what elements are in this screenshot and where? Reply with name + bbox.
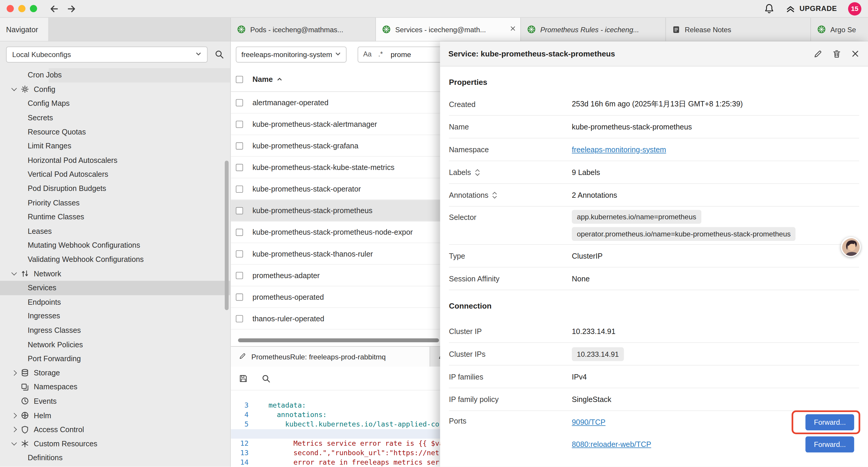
kubeconfig-selector-value: Local Kubeconfigs (12, 50, 71, 59)
zoom-window-button[interactable] (30, 5, 37, 12)
property-row-labels: Labels 9 Labels (449, 161, 859, 184)
sidebar-item-vertical-pod-autoscalers[interactable]: Vertical Pod Autoscalers (0, 167, 230, 181)
dock-tab-prometheusrule[interactable]: PrometheusRule: freeleaps-prod-rabbitmq (231, 347, 430, 367)
close-window-button[interactable] (6, 5, 13, 12)
kubeconfig-selector[interactable]: Local Kubeconfigs (6, 46, 208, 62)
sidebar-group-access-control[interactable]: Access Control (0, 422, 230, 437)
tab-argo[interactable]: Argo Se (811, 18, 868, 41)
drawer-body: Properties Created 253d 16h 6m ago (2025… (440, 66, 868, 467)
sidebar-item-priority-classes[interactable]: Priority Classes (0, 196, 230, 210)
back-icon[interactable] (49, 4, 59, 13)
edit-pencil-icon[interactable] (813, 49, 823, 59)
save-icon[interactable] (239, 374, 248, 383)
sidebar-item-mutating-webhook-configurations[interactable]: Mutating Webhook Configurations (0, 238, 230, 253)
sidebar-item-runtime-classes[interactable]: Runtime Classes (0, 210, 230, 224)
namespace-link[interactable]: freeleaps-monitoring-system (572, 145, 666, 154)
sidebar-group-config[interactable]: Config (0, 82, 230, 96)
notifications-bell-icon[interactable] (764, 3, 775, 14)
property-label: Session Affinity (449, 274, 500, 283)
sidebar-scrollbar[interactable] (225, 160, 229, 310)
minimize-window-button[interactable] (18, 5, 25, 12)
namespace-filter-select[interactable]: freeleaps-monitoring-system (236, 46, 346, 62)
match-case-toggle[interactable]: Aa (363, 51, 372, 58)
property-row-annotations: Annotations 2 Annotations (449, 184, 859, 207)
sidebar-item-namespaces[interactable]: Namespaces (0, 380, 230, 394)
row-checkbox[interactable] (236, 164, 243, 171)
row-checkbox[interactable] (236, 142, 243, 149)
sidebar-item-resource-quotas[interactable]: Resource Quotas (0, 125, 230, 139)
name-column-header[interactable]: Name (252, 75, 282, 83)
sidebar-item-services[interactable]: Services (0, 281, 230, 295)
sidebar-group-helm[interactable]: Helm (0, 408, 230, 422)
port-link-9090[interactable]: 9090/TCP (572, 418, 606, 426)
horizontal-scrollbar[interactable] (238, 339, 439, 342)
tab-label: Pods - icecheng@mathmas... (250, 25, 369, 33)
sidebar-item-pod-disruption-budgets[interactable]: Pod Disruption Budgets (0, 181, 230, 196)
close-tab-icon[interactable] (509, 25, 517, 32)
property-row-selector: Selector app.kubernetes.io/name=promethe… (449, 207, 859, 245)
row-checkbox[interactable] (236, 293, 243, 300)
sidebar-group-custom-resources[interactable]: Custom Resources (0, 437, 230, 451)
sidebar-item-leases[interactable]: Leases (0, 224, 230, 238)
sidebar-item-events[interactable]: Events (0, 394, 230, 408)
property-label: Cluster IP (449, 327, 482, 335)
forward-icon[interactable] (66, 4, 76, 13)
delete-trash-icon[interactable] (832, 49, 841, 59)
edit-pencil-icon (239, 352, 246, 361)
sidebar-item-validating-webhook-configurations[interactable]: Validating Webhook Configurations (0, 253, 230, 267)
forward-button-8080[interactable]: Forward... (806, 436, 854, 452)
row-checkbox[interactable] (236, 229, 243, 236)
navigator-tab[interactable]: Navigator (0, 18, 48, 41)
expand-toggle-icon[interactable] (492, 191, 497, 198)
kubernetes-icon (382, 25, 391, 34)
row-checkbox[interactable] (236, 185, 243, 193)
sidebar-group-storage[interactable]: Storage (0, 366, 230, 380)
regex-toggle[interactable]: .* (378, 51, 383, 58)
sidebar-item-horizontal-pod-autoscalers[interactable]: Horizontal Pod Autoscalers (0, 153, 230, 167)
property-row-session-affinity: Session Affinity None (449, 267, 859, 290)
upgrade-icon (785, 4, 796, 13)
close-drawer-icon[interactable] (851, 49, 860, 58)
row-checkbox[interactable] (236, 250, 243, 257)
property-label: Namespace (449, 145, 489, 154)
sidebar-item-cron-jobs[interactable]: Cron Jobs (0, 68, 230, 82)
editor-search-icon[interactable] (261, 374, 271, 383)
sidebar-item-secrets[interactable]: Secrets (0, 111, 230, 125)
select-all-checkbox[interactable] (236, 76, 243, 83)
property-label: Selector (449, 213, 476, 222)
tab-label: Prometheus Rules - icecheng... (540, 25, 659, 33)
forward-button-9090[interactable]: Forward... (806, 414, 854, 430)
sidebar-item-definitions[interactable]: Definitions (0, 451, 230, 465)
sidebar-group-network[interactable]: Network (0, 267, 230, 281)
sidebar-item-ingress-classes[interactable]: Ingress Classes (0, 323, 230, 338)
tab-strip: Navigator Pods - icecheng@mathmas... Ser… (0, 18, 868, 42)
property-row-cluster-ip: Cluster IP 10.233.14.91 (449, 320, 859, 343)
row-checkbox[interactable] (236, 315, 243, 322)
sidebar-item-limit-ranges[interactable]: Limit Ranges (0, 139, 230, 153)
row-checkbox[interactable] (236, 272, 243, 279)
upgrade-button[interactable]: UPGRADE (785, 4, 837, 13)
search-query-text: prome (391, 50, 411, 59)
participant-avatar[interactable] (841, 237, 861, 257)
expand-toggle-icon[interactable] (475, 169, 480, 176)
property-row-cluster-ips: Cluster IPs 10.233.14.91 (449, 343, 859, 366)
tab-release-notes[interactable]: Release Notes (666, 18, 811, 41)
row-checkbox[interactable] (236, 99, 243, 106)
events-clock-icon (20, 397, 29, 406)
sidebar-item-endpoints[interactable]: Endpoints (0, 295, 230, 309)
notification-count-badge[interactable]: 15 (848, 2, 862, 16)
window-titlebar: UPGRADE 15 (0, 0, 868, 18)
sidebar-item-network-policies[interactable]: Network Policies (0, 338, 230, 352)
port-link-8080[interactable]: 8080:reloader-web/TCP (572, 440, 651, 448)
namespaces-icon (20, 382, 29, 391)
tab-pods[interactable]: Pods - icecheng@mathmas... (231, 18, 376, 41)
tab-services[interactable]: Services - icecheng@math... (376, 18, 521, 41)
tab-prometheus-rules[interactable]: Prometheus Rules - icecheng... (521, 18, 666, 41)
sidebar-item-port-forwarding[interactable]: Port Forwarding (0, 352, 230, 366)
row-checkbox[interactable] (236, 121, 243, 128)
sidebar-item-config-maps[interactable]: Config Maps (0, 96, 230, 111)
sidebar-search-icon[interactable] (214, 49, 224, 59)
sidebar-item-ingresses[interactable]: Ingresses (0, 309, 230, 323)
property-value: ClusterIP (572, 252, 603, 260)
row-checkbox[interactable] (236, 207, 243, 214)
